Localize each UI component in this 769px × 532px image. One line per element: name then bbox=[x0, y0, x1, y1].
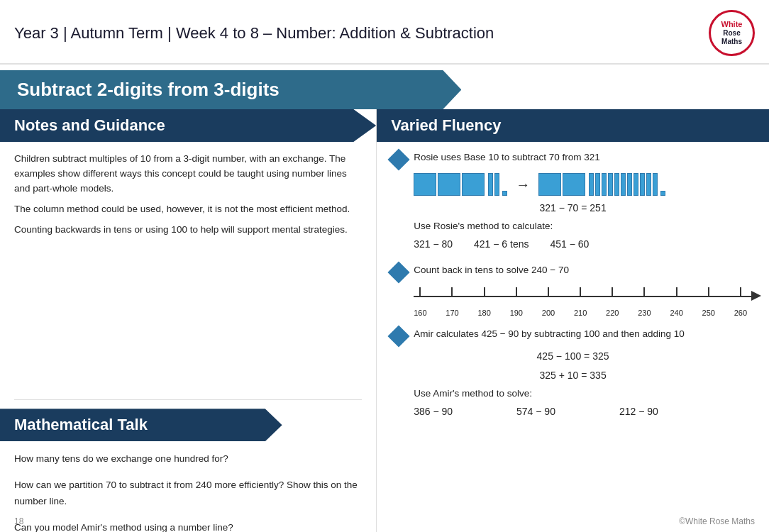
notes-para-2: The column method could be used, however… bbox=[14, 202, 362, 217]
subtract-banner-text: Subtract 2-digits from 3-digits bbox=[17, 79, 280, 100]
diamond-icon-1 bbox=[388, 148, 410, 170]
ten-r7 bbox=[627, 173, 632, 196]
ones-group bbox=[502, 191, 507, 196]
logo-white: White bbox=[721, 20, 743, 29]
ten-r6 bbox=[621, 173, 626, 196]
ten-2 bbox=[494, 173, 499, 196]
tick-240: 240 bbox=[670, 287, 682, 320]
item1-calc-1: 321 − 80 bbox=[414, 236, 453, 252]
one-r1 bbox=[660, 191, 665, 196]
copyright: ©White Rose Maths bbox=[679, 516, 755, 526]
block-group-left bbox=[414, 173, 507, 196]
item3-use-text: Use Amir's method to solve: bbox=[414, 386, 755, 401]
hundred-1 bbox=[414, 173, 436, 196]
notes-header-text: Notes and Guidance bbox=[14, 116, 165, 134]
item3-calc-3: 212 − 90 bbox=[619, 404, 658, 419]
item3-eq1: 425 − 100 = 325 bbox=[391, 348, 755, 364]
fluency-item-1-text: Rosie uses Base 10 to subtract 70 from 3… bbox=[414, 150, 600, 165]
ten-r1 bbox=[589, 173, 594, 196]
fluency-item-3: Amir calculates 425 − 90 by subtracting … bbox=[391, 327, 755, 419]
arrow-right-icon: → bbox=[516, 173, 530, 196]
right-column: Varied Fluency Rosie uses Base 10 to sub… bbox=[377, 109, 769, 532]
ten-r5 bbox=[614, 173, 619, 196]
logo-rose: Rose bbox=[723, 29, 740, 38]
main-content: Notes and Guidance Children subtract mul… bbox=[0, 109, 769, 532]
hundred-r2 bbox=[563, 173, 585, 196]
item1-calc-3: 451 − 60 bbox=[551, 236, 590, 252]
item3-calc-1: 386 − 90 bbox=[414, 404, 453, 419]
number-line-ticks: 160 170 180 190 200 210 220 230 240 250 … bbox=[414, 287, 747, 320]
item3-eq2: 325 + 10 = 335 bbox=[391, 367, 755, 383]
tick-260: 260 bbox=[734, 287, 747, 320]
diamond-icon-3 bbox=[388, 326, 410, 348]
fluency-item-1: Rosie uses Base 10 to subtract 70 from 3… bbox=[391, 150, 755, 252]
math-q2: How can we partition 70 to subtract it f… bbox=[14, 477, 362, 510]
item3-calcs: 386 − 90 574 − 90 212 − 90 bbox=[414, 404, 755, 419]
notes-content: Children subtract multiples of 10 from a… bbox=[0, 142, 376, 399]
fluency-item-3-text: Amir calculates 425 − 90 by subtracting … bbox=[414, 327, 685, 341]
ten-r11 bbox=[653, 173, 658, 196]
item1-calcs: 321 − 80 421 − 6 tens 451 − 60 bbox=[414, 236, 755, 252]
left-column: Notes and Guidance Children subtract mul… bbox=[0, 109, 377, 532]
tick-210: 210 bbox=[574, 287, 587, 320]
fluency-item-2-text: Count back in tens to solve 240 − 70 bbox=[414, 263, 569, 277]
notes-para-3: Counting backwards in tens or using 100 … bbox=[14, 223, 362, 238]
tick-200: 200 bbox=[542, 287, 555, 320]
math-talk-header: Mathematical Talk bbox=[0, 409, 282, 441]
number-line: 160 170 180 190 200 210 220 230 240 250 … bbox=[414, 287, 768, 316]
item1-use-text: Use Rosie's method to calculate: bbox=[414, 218, 755, 234]
hundred-2 bbox=[438, 173, 460, 196]
number-line-arrow bbox=[751, 291, 761, 301]
ten-r8 bbox=[634, 173, 638, 196]
fluency-item-1-row: Rosie uses Base 10 to subtract 70 from 3… bbox=[391, 150, 755, 167]
divider-1 bbox=[14, 399, 362, 400]
notes-para-1: Children subtract multiples of 10 from a… bbox=[14, 152, 362, 196]
tick-160: 160 bbox=[414, 287, 426, 320]
one-1 bbox=[502, 191, 507, 196]
ten-r3 bbox=[602, 173, 607, 196]
diamond-icon-2 bbox=[388, 262, 410, 284]
hundred-3 bbox=[462, 173, 485, 196]
ten-r4 bbox=[608, 173, 613, 196]
item1-equation: 321 − 70 = 251 bbox=[391, 200, 755, 216]
logo: White Rose Maths bbox=[709, 10, 755, 56]
base10-blocks: → bbox=[414, 173, 755, 196]
tick-230: 230 bbox=[638, 287, 651, 320]
logo-maths: Maths bbox=[721, 38, 742, 46]
block-group-right bbox=[538, 173, 665, 196]
notes-header: Notes and Guidance bbox=[0, 109, 376, 142]
page-header: Year 3 | Autumn Term | Week 4 to 8 – Num… bbox=[0, 0, 769, 65]
ten-1 bbox=[488, 173, 493, 196]
item1-calc-2: 421 − 6 tens bbox=[474, 236, 529, 252]
varied-content: Rosie uses Base 10 to subtract 70 from 3… bbox=[377, 142, 769, 439]
tick-170: 170 bbox=[446, 287, 458, 320]
ones-group-r bbox=[660, 191, 665, 196]
varied-fluency-header-text: Varied Fluency bbox=[391, 116, 501, 134]
ten-r9 bbox=[640, 173, 645, 196]
hundred-r1 bbox=[538, 173, 561, 196]
tick-220: 220 bbox=[606, 287, 619, 320]
fluency-item-2-row: Count back in tens to solve 240 − 70 bbox=[391, 263, 755, 280]
header-title: Year 3 | Autumn Term | Week 4 to 8 – Num… bbox=[14, 24, 494, 43]
subtract-banner-wrapper: Subtract 2-digits from 3-digits bbox=[0, 65, 769, 109]
number-line-container: 160 170 180 190 200 210 220 230 240 250 … bbox=[414, 287, 755, 316]
math-talk-header-text: Mathematical Talk bbox=[14, 416, 148, 433]
ten-r2 bbox=[595, 173, 600, 196]
subtract-banner: Subtract 2-digits from 3-digits bbox=[0, 70, 461, 109]
page-footer: 18 ©White Rose Maths bbox=[0, 516, 769, 526]
math-q1: How many tens do we exchange one hundred… bbox=[14, 451, 362, 467]
fluency-item-2: Count back in tens to solve 240 − 70 160… bbox=[391, 263, 755, 316]
tick-250: 250 bbox=[702, 287, 715, 320]
page-number: 18 bbox=[14, 516, 23, 526]
tick-190: 190 bbox=[510, 287, 523, 320]
fluency-item-3-row: Amir calculates 425 − 90 by subtracting … bbox=[391, 327, 755, 344]
ten-r10 bbox=[646, 173, 651, 196]
item3-calc-2: 574 − 90 bbox=[516, 404, 555, 419]
varied-fluency-header: Varied Fluency bbox=[377, 109, 769, 142]
tick-180: 180 bbox=[477, 287, 490, 320]
